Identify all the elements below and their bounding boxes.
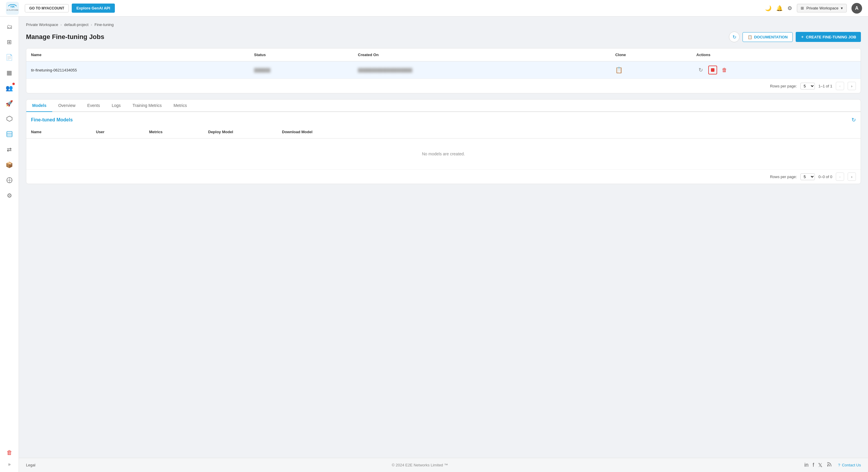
question-icon: ?	[838, 463, 840, 467]
sidebar-item-deploy[interactable]: 🚀	[2, 96, 17, 111]
job-delete-button[interactable]: 🗑	[720, 65, 729, 75]
models-col-deploy: Deploy Model	[204, 125, 277, 139]
notifications-button[interactable]: 🔔	[776, 5, 783, 11]
navbar-right: 🌙 🔔 ⚙ ⊞ Private Workspace ▾ A	[765, 3, 862, 13]
rss-icon[interactable]	[827, 462, 832, 468]
jobs-table-card: Name Status Created On Clone Actions tir…	[26, 48, 861, 93]
tab-models[interactable]: Models	[26, 99, 52, 112]
sidebar-item-network[interactable]	[2, 112, 17, 126]
breadcrumb: Private Workspace › default-project › Fi…	[26, 23, 861, 27]
sidebar-item-registry[interactable]: 📦	[2, 158, 17, 172]
jobs-table: Name Status Created On Clone Actions tir…	[26, 49, 861, 79]
prev-page-button[interactable]: ‹	[836, 82, 844, 90]
table-row: tir-finetuning-06211434055 ██████ ██████…	[26, 61, 861, 79]
dark-mode-toggle[interactable]: 🌙	[765, 5, 771, 11]
job-status: ██████	[249, 61, 353, 79]
tab-metrics[interactable]: Metrics	[168, 99, 193, 112]
tabs-wrapper: Models Overview Events Logs Training Met…	[26, 99, 861, 112]
svg-text:TIR: TIR	[10, 5, 15, 8]
clone-icon[interactable]: 📋	[615, 67, 623, 73]
col-clone: Clone	[611, 49, 692, 61]
jobs-pagination: Rows per page: 5 10 25 1–1 of 1 ‹ ›	[26, 79, 861, 93]
sidebar-item-documents[interactable]: 📄	[2, 50, 17, 64]
job-refresh-button[interactable]: ↻	[696, 65, 705, 75]
section-header: Fine-tuned Models ↻	[26, 112, 861, 125]
section-refresh-button[interactable]: ↻	[851, 117, 856, 123]
rows-per-page-select[interactable]: 5 10 25	[800, 83, 815, 89]
sidebar-item-dashboard[interactable]: ⊞	[2, 35, 17, 49]
workspace-grid-icon: ⊞	[801, 6, 804, 10]
sidebar-item-folder[interactable]: 🗂	[2, 20, 17, 34]
tab-training-metrics[interactable]: Training Metrics	[127, 99, 168, 112]
models-rows-label: Rows per page:	[770, 175, 797, 179]
breadcrumb-project[interactable]: default-project	[64, 23, 88, 27]
footer: Legal © 2024 E2E Networks Limited ™ in f…	[19, 458, 868, 472]
created-on-value: ████████████████████	[358, 68, 412, 72]
sidebar-item-finetuning[interactable]	[2, 127, 17, 141]
logo: TIR AI PLATFORM	[6, 2, 19, 15]
models-rows-select[interactable]: 5 10 25	[800, 173, 815, 180]
sidebar-item-model[interactable]	[2, 173, 17, 187]
breadcrumb-workspace[interactable]: Private Workspace	[26, 23, 58, 27]
linkedin-icon[interactable]: in	[804, 462, 808, 468]
models-pagination: Rows per page: 5 10 25 0–0 of 0 ‹ ›	[26, 169, 861, 184]
page-header: Manage Fine-tuning Jobs ↻ 📋 DOCUMENTATIO…	[26, 32, 861, 42]
settings-button[interactable]: ⚙	[787, 5, 792, 11]
svg-rect-8	[711, 68, 714, 72]
sidebar: 🗂 ⊞ 📄 ▦ 👥 🚀 ⇄ 📦 ⚙ 🗑 »	[0, 17, 19, 472]
empty-state-message: No models are created.	[31, 143, 856, 165]
contact-us-link[interactable]: ? Contact Us	[838, 463, 861, 467]
tab-events[interactable]: Events	[82, 99, 106, 112]
legal-link[interactable]: Legal	[26, 463, 35, 467]
col-created: Created On	[353, 49, 611, 61]
job-stop-button[interactable]	[708, 65, 717, 75]
job-created-on: ████████████████████	[353, 61, 611, 79]
job-name: tir-finetuning-06211434055	[26, 61, 249, 79]
models-page-info: 0–0 of 0	[818, 175, 832, 179]
twitter-icon[interactable]: 𝕏	[818, 462, 823, 468]
go-to-myaccount-button[interactable]: GO TO MYACCOUNT	[25, 4, 69, 12]
section-title: Fine-tuned Models	[31, 117, 73, 123]
svg-rect-0	[6, 2, 19, 15]
page-info: 1–1 of 1	[818, 84, 832, 88]
status-value: ██████	[254, 68, 270, 72]
copyright: © 2024 E2E Networks Limited ™	[35, 463, 805, 467]
documentation-button[interactable]: 📋 DOCUMENTATION	[743, 32, 793, 42]
models-next-button[interactable]: ›	[848, 173, 856, 181]
refresh-button[interactable]: ↻	[729, 32, 740, 42]
facebook-icon[interactable]: f	[812, 462, 814, 468]
notification-badge	[12, 83, 15, 85]
navbar: TIR AI PLATFORM GO TO MYACCOUNT Explore …	[0, 0, 868, 17]
col-status: Status	[249, 49, 353, 61]
tab-logs[interactable]: Logs	[106, 99, 126, 112]
avatar[interactable]: A	[851, 3, 862, 13]
sidebar-item-table[interactable]: ▦	[2, 65, 17, 80]
sidebar-item-integration[interactable]: ⇄	[2, 142, 17, 156]
tab-content-card: Models Overview Events Logs Training Met…	[26, 99, 861, 184]
models-col-download: Download Model	[277, 125, 861, 139]
models-prev-button[interactable]: ‹	[836, 173, 844, 181]
explore-genai-button[interactable]: Explore GenAI API	[72, 4, 115, 13]
svg-rect-4	[7, 131, 12, 137]
create-finetuning-job-button[interactable]: ＋ CREATE FINE-TUNING JOB	[796, 32, 861, 42]
next-page-button[interactable]: ›	[848, 82, 856, 90]
models-col-user: User	[91, 125, 144, 139]
breadcrumb-sep-2: ›	[91, 23, 92, 27]
col-name: Name	[26, 49, 249, 61]
workspace-selector[interactable]: ⊞ Private Workspace ▾	[797, 4, 847, 12]
job-clone[interactable]: 📋	[611, 61, 692, 79]
sidebar-expand-button[interactable]: »	[2, 460, 17, 469]
tab-overview[interactable]: Overview	[52, 99, 81, 112]
chevron-down-icon: ▾	[841, 6, 843, 10]
svg-text:AI PLATFORM: AI PLATFORM	[6, 9, 18, 11]
main-content: Private Workspace › default-project › Fi…	[19, 17, 868, 458]
doc-icon: 📋	[748, 35, 752, 39]
col-actions: Actions	[692, 49, 861, 61]
sidebar-delete-button[interactable]: 🗑	[2, 445, 17, 460]
tabs-bar: Models Overview Events Logs Training Met…	[26, 99, 861, 112]
sidebar-item-settings[interactable]: ⚙	[2, 188, 17, 203]
page-title: Manage Fine-tuning Jobs	[26, 33, 104, 41]
sidebar-item-team[interactable]: 👥	[2, 81, 17, 95]
workspace-label: Private Workspace	[806, 6, 838, 10]
models-col-metrics: Metrics	[144, 125, 204, 139]
